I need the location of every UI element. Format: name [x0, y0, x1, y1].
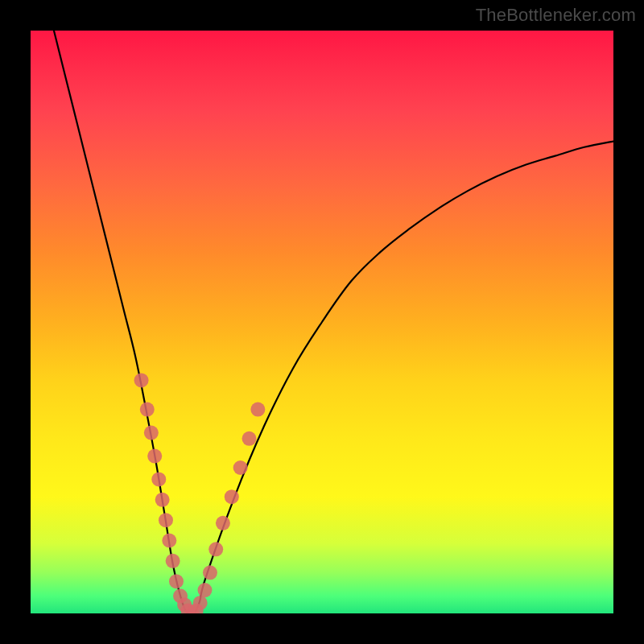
curve-dot	[159, 513, 173, 527]
curve-dot	[169, 574, 184, 588]
plot-area	[31, 31, 613, 613]
curve-dot	[151, 472, 166, 486]
curve-dot	[134, 373, 149, 387]
curve-dot	[197, 583, 212, 597]
curve-dot	[225, 489, 239, 504]
curve-dot	[144, 426, 159, 440]
chart-frame: TheBottleneker.com	[0, 0, 644, 644]
curve-dot	[233, 460, 248, 475]
curve-dot	[250, 402, 265, 417]
curve-dot	[155, 493, 170, 507]
curve-dot	[166, 554, 180, 568]
curve-dot	[140, 402, 155, 417]
curve-dot	[208, 542, 223, 556]
curve-dot	[147, 449, 162, 464]
curve-dot	[193, 596, 208, 610]
curve-dot	[162, 534, 176, 548]
curve-dots-group	[134, 373, 266, 613]
watermark-text: TheBottleneker.com	[476, 5, 636, 26]
curve-svg	[31, 31, 613, 613]
bottleneck-curve	[54, 31, 613, 613]
curve-dot	[203, 565, 217, 580]
curve-dot	[216, 516, 230, 530]
curve-dot	[242, 431, 257, 446]
